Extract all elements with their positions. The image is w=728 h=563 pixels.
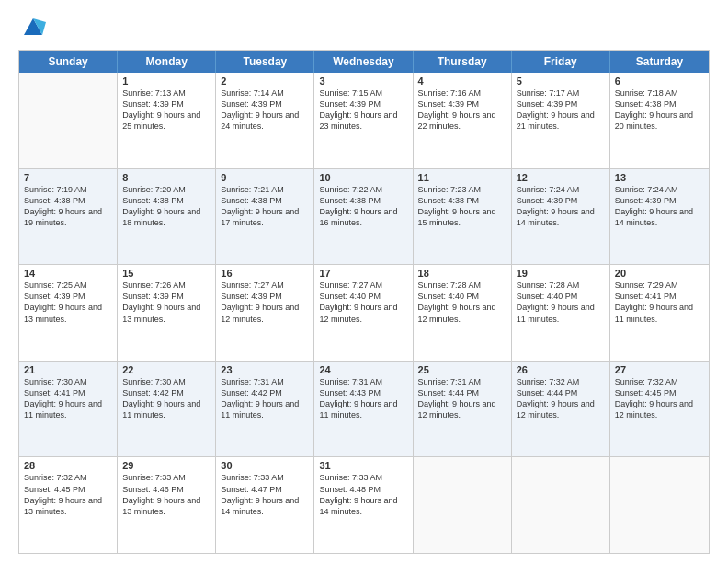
day-number: 30 [221,460,309,471]
calendar-day-18: 18Sunrise: 7:28 AMSunset: 4:40 PMDayligh… [414,265,512,361]
sunset-text: Sunset: 4:46 PM [122,484,210,495]
sunset-text: Sunset: 4:39 PM [122,98,210,109]
header-day-wednesday: Wednesday [314,51,413,73]
calendar-day-13: 13Sunrise: 7:24 AMSunset: 4:39 PMDayligh… [610,169,709,265]
day-number: 19 [517,268,605,279]
sunrise-text: Sunrise: 7:32 AM [517,376,605,387]
header-day-monday: Monday [118,51,216,73]
day-number: 20 [615,268,704,279]
sunrise-text: Sunrise: 7:31 AM [221,376,309,387]
day-number: 9 [221,172,309,183]
day-number: 2 [221,75,309,86]
sunrise-text: Sunrise: 7:33 AM [221,472,309,483]
day-number: 22 [122,364,210,375]
header-day-saturday: Saturday [610,51,709,73]
daylight-text: Daylight: 9 hours and 16 minutes. [319,206,407,228]
day-number: 8 [122,172,210,183]
sunrise-text: Sunrise: 7:22 AM [319,184,407,195]
sunset-text: Sunset: 4:40 PM [517,291,605,302]
calendar-day-19: 19Sunrise: 7:28 AMSunset: 4:40 PMDayligh… [512,265,610,361]
calendar-day-16: 16Sunrise: 7:27 AMSunset: 4:39 PMDayligh… [216,265,314,361]
sunrise-text: Sunrise: 7:17 AM [517,87,605,98]
daylight-text: Daylight: 9 hours and 24 minutes. [221,109,309,132]
sunrise-text: Sunrise: 7:30 AM [24,376,112,387]
daylight-text: Daylight: 9 hours and 22 minutes. [418,109,506,132]
sunset-text: Sunset: 4:45 PM [615,387,704,398]
sunset-text: Sunset: 4:47 PM [221,484,309,495]
sunrise-text: Sunrise: 7:28 AM [418,280,506,291]
day-number: 15 [122,268,210,279]
calendar-day-28: 28Sunrise: 7:32 AMSunset: 4:45 PMDayligh… [19,457,118,553]
sunrise-text: Sunrise: 7:27 AM [319,280,407,291]
daylight-text: Daylight: 9 hours and 11 minutes. [122,398,210,420]
day-number: 5 [517,75,605,86]
header-day-thursday: Thursday [414,51,512,73]
calendar-day-24: 24Sunrise: 7:31 AMSunset: 4:43 PMDayligh… [314,362,413,457]
calendar-day-14: 14Sunrise: 7:25 AMSunset: 4:39 PMDayligh… [19,265,118,361]
calendar-week-4: 21Sunrise: 7:30 AMSunset: 4:41 PMDayligh… [19,362,709,458]
calendar-day-21: 21Sunrise: 7:30 AMSunset: 4:41 PMDayligh… [19,362,118,457]
calendar-day-4: 4Sunrise: 7:16 AMSunset: 4:39 PMDaylight… [414,73,512,168]
day-number: 24 [319,364,407,375]
sunset-text: Sunset: 4:41 PM [615,291,704,302]
calendar-day-17: 17Sunrise: 7:27 AMSunset: 4:40 PMDayligh… [314,265,413,361]
logo-icon [20,15,46,40]
calendar-empty-cell [414,457,512,553]
sunset-text: Sunset: 4:39 PM [221,291,309,302]
daylight-text: Daylight: 9 hours and 14 minutes. [221,495,309,517]
header-day-sunday: Sunday [19,51,118,73]
calendar-day-20: 20Sunrise: 7:29 AMSunset: 4:41 PMDayligh… [610,265,709,361]
day-number: 3 [319,75,407,86]
daylight-text: Daylight: 9 hours and 13 minutes. [24,495,112,517]
calendar-body: 1Sunrise: 7:13 AMSunset: 4:39 PMDaylight… [19,73,709,553]
calendar-day-1: 1Sunrise: 7:13 AMSunset: 4:39 PMDaylight… [118,73,216,168]
sunset-text: Sunset: 4:38 PM [418,195,506,206]
sunset-text: Sunset: 4:38 PM [221,195,309,206]
daylight-text: Daylight: 9 hours and 12 minutes. [418,398,506,420]
daylight-text: Daylight: 9 hours and 18 minutes. [122,206,210,228]
sunset-text: Sunset: 4:43 PM [319,387,407,398]
calendar-day-15: 15Sunrise: 7:26 AMSunset: 4:39 PMDayligh… [118,265,216,361]
daylight-text: Daylight: 9 hours and 14 minutes. [319,495,407,517]
sunset-text: Sunset: 4:39 PM [24,291,112,302]
calendar-day-3: 3Sunrise: 7:15 AMSunset: 4:39 PMDaylight… [314,73,413,168]
day-number: 14 [24,268,112,279]
calendar-empty-cell [19,73,118,168]
daylight-text: Daylight: 9 hours and 21 minutes. [517,109,605,132]
day-number: 18 [418,268,506,279]
daylight-text: Daylight: 9 hours and 11 minutes. [24,398,112,420]
calendar-week-5: 28Sunrise: 7:32 AMSunset: 4:45 PMDayligh… [19,457,709,553]
daylight-text: Daylight: 9 hours and 13 minutes. [24,302,112,324]
sunrise-text: Sunrise: 7:13 AM [122,87,210,98]
daylight-text: Daylight: 9 hours and 11 minutes. [319,398,407,420]
header-day-friday: Friday [512,51,610,73]
calendar-day-23: 23Sunrise: 7:31 AMSunset: 4:42 PMDayligh… [216,362,314,457]
sunrise-text: Sunrise: 7:33 AM [122,472,210,483]
calendar-day-26: 26Sunrise: 7:32 AMSunset: 4:44 PMDayligh… [512,362,610,457]
calendar-day-2: 2Sunrise: 7:14 AMSunset: 4:39 PMDaylight… [216,73,314,168]
calendar-day-30: 30Sunrise: 7:33 AMSunset: 4:47 PMDayligh… [216,457,314,553]
sunrise-text: Sunrise: 7:16 AM [418,87,506,98]
calendar-day-27: 27Sunrise: 7:32 AMSunset: 4:45 PMDayligh… [610,362,709,457]
sunrise-text: Sunrise: 7:29 AM [615,280,704,291]
sunrise-text: Sunrise: 7:30 AM [122,376,210,387]
day-number: 16 [221,268,309,279]
day-number: 23 [221,364,309,375]
sunset-text: Sunset: 4:38 PM [24,195,112,206]
sunset-text: Sunset: 4:39 PM [517,98,605,109]
daylight-text: Daylight: 9 hours and 19 minutes. [24,206,112,228]
daylight-text: Daylight: 9 hours and 12 minutes. [517,398,605,420]
calendar-day-9: 9Sunrise: 7:21 AMSunset: 4:38 PMDaylight… [216,169,314,265]
calendar-header: SundayMondayTuesdayWednesdayThursdayFrid… [19,51,709,73]
calendar-day-31: 31Sunrise: 7:33 AMSunset: 4:48 PMDayligh… [314,457,413,553]
calendar-day-5: 5Sunrise: 7:17 AMSunset: 4:39 PMDaylight… [512,73,610,168]
day-number: 13 [615,172,704,183]
sunset-text: Sunset: 4:38 PM [319,195,407,206]
sunset-text: Sunset: 4:40 PM [418,291,506,302]
daylight-text: Daylight: 9 hours and 14 minutes. [517,206,605,228]
sunset-text: Sunset: 4:44 PM [418,387,506,398]
daylight-text: Daylight: 9 hours and 17 minutes. [221,206,309,228]
daylight-text: Daylight: 9 hours and 23 minutes. [319,109,407,132]
calendar: SundayMondayTuesdayWednesdayThursdayFrid… [18,50,710,554]
sunset-text: Sunset: 4:39 PM [418,98,506,109]
